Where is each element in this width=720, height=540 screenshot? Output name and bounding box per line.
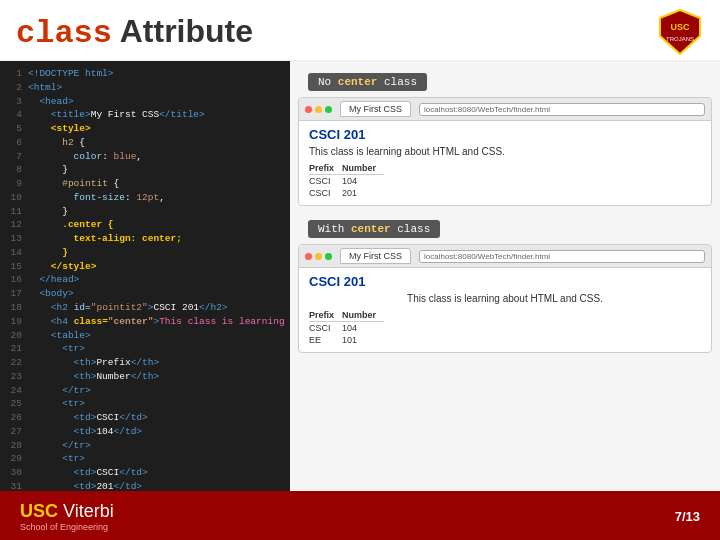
code-line: 16 </head> bbox=[8, 273, 282, 287]
code-line: 28 </tr> bbox=[8, 439, 282, 453]
code-line: 6 h2 { bbox=[8, 136, 282, 150]
page-header: class Attribute USC TROJANS bbox=[0, 0, 720, 61]
browser-heading-2: CSCI 201 bbox=[309, 274, 701, 289]
line-number: 1 bbox=[8, 67, 22, 81]
code-line: 25 <tr> bbox=[8, 397, 282, 411]
line-number: 5 bbox=[8, 122, 22, 136]
dot-green-1 bbox=[325, 106, 332, 113]
table-cell: CSCI bbox=[309, 187, 342, 199]
code-text: <html> bbox=[28, 81, 282, 95]
code-line: 22 <th>Prefix</th> bbox=[8, 356, 282, 370]
code-text: <!DOCTYPE html> bbox=[28, 67, 282, 81]
line-number: 20 bbox=[8, 329, 22, 343]
with-center-label-wrap: With center class bbox=[298, 216, 712, 242]
svg-text:TROJANS: TROJANS bbox=[666, 36, 694, 42]
code-text: <th>Number</th> bbox=[28, 370, 282, 384]
code-text: <td>CSCI</td> bbox=[28, 466, 282, 480]
footer-viterbi-text: Viterbi bbox=[63, 501, 114, 521]
code-line: 23 <th>Number</th> bbox=[8, 370, 282, 384]
code-line: 7 color: blue, bbox=[8, 150, 282, 164]
browser-tab-1: My First CSS bbox=[340, 101, 411, 117]
footer-school-text: School of Engineering bbox=[20, 522, 114, 532]
code-text: <td>CSCI</td> bbox=[28, 411, 282, 425]
code-text: <tr> bbox=[28, 342, 282, 356]
line-number: 8 bbox=[8, 163, 22, 177]
code-text: } bbox=[28, 205, 282, 219]
table-cell: 101 bbox=[342, 334, 384, 346]
no-center-keyword: center bbox=[338, 76, 378, 88]
browser-toolbar-1: My First CSS localhost:8080/WebTech/find… bbox=[299, 98, 711, 121]
line-number: 27 bbox=[8, 425, 22, 439]
line-number: 22 bbox=[8, 356, 22, 370]
line-number: 21 bbox=[8, 342, 22, 356]
table-header-row-1: Prefix Number bbox=[309, 162, 384, 175]
code-text: .center { bbox=[28, 218, 282, 232]
code-text: h2 { bbox=[28, 136, 282, 150]
dot-yellow-2 bbox=[315, 253, 322, 260]
footer-sc: SC bbox=[33, 501, 58, 521]
no-center-label-wrap: No center class bbox=[298, 69, 712, 95]
code-line: 9 #pointit { bbox=[8, 177, 282, 191]
code-text: <head> bbox=[28, 95, 282, 109]
browser-dots-1 bbox=[305, 106, 332, 113]
code-text: <title>My First CSS</title> bbox=[28, 108, 282, 122]
code-line: 19 <h4 class="center">This class is lear… bbox=[8, 315, 282, 329]
line-number: 31 bbox=[8, 480, 22, 491]
browser-body-2: This class is learning about HTML and CS… bbox=[309, 293, 701, 304]
line-number: 18 bbox=[8, 301, 22, 315]
table-cell: 201 bbox=[342, 187, 384, 199]
table-row: EE 101 bbox=[309, 334, 384, 346]
line-number: 29 bbox=[8, 452, 22, 466]
code-line: 8 } bbox=[8, 163, 282, 177]
page-footer: USC Viterbi School of Engineering 7/13 bbox=[0, 491, 720, 540]
svg-text:USC: USC bbox=[670, 22, 690, 32]
footer-u: U bbox=[20, 501, 33, 521]
line-number: 11 bbox=[8, 205, 22, 219]
code-line: 4 <title>My First CSS</title> bbox=[8, 108, 282, 122]
browser-url-1[interactable]: localhost:8080/WebTech/finder.html bbox=[419, 103, 705, 116]
code-text: </tr> bbox=[28, 439, 282, 453]
code-text: <body> bbox=[28, 287, 282, 301]
footer-logo: USC Viterbi School of Engineering bbox=[20, 501, 114, 532]
dot-green-2 bbox=[325, 253, 332, 260]
code-line: 12 .center { bbox=[8, 218, 282, 232]
code-text: <style> bbox=[28, 122, 282, 136]
usc-shield-icon: USC TROJANS bbox=[656, 8, 704, 56]
line-number: 30 bbox=[8, 466, 22, 480]
code-text: <table> bbox=[28, 329, 282, 343]
footer-usc-text: USC Viterbi bbox=[20, 501, 114, 522]
browser-mockup-2: My First CSS localhost:8080/WebTech/find… bbox=[298, 244, 712, 353]
browser-body-1: This class is learning about HTML and CS… bbox=[309, 146, 701, 157]
line-number: 13 bbox=[8, 232, 22, 246]
line-number: 28 bbox=[8, 439, 22, 453]
table-header-row-2: Prefix Number bbox=[309, 309, 384, 322]
line-number: 23 bbox=[8, 370, 22, 384]
code-line: 10 font-size: 12pt, bbox=[8, 191, 282, 205]
code-line: 24 </tr> bbox=[8, 384, 282, 398]
code-line: 18 <h2 id="pointit2">CSCI 201</h2> bbox=[8, 301, 282, 315]
browser-table-1: Prefix Number CSCI 104 CSCI 201 bbox=[309, 162, 384, 199]
code-text: </head> bbox=[28, 273, 282, 287]
code-text: <th>Prefix</th> bbox=[28, 356, 282, 370]
code-text: font-size: 12pt, bbox=[28, 191, 282, 205]
browser-content-1: CSCI 201 This class is learning about HT… bbox=[299, 121, 711, 205]
table-header-prefix-2: Prefix bbox=[309, 309, 342, 322]
code-line: 3 <head> bbox=[8, 95, 282, 109]
code-line: 17 <body> bbox=[8, 287, 282, 301]
browser-url-2[interactable]: localhost:8080/WebTech/finder.html bbox=[419, 250, 705, 263]
code-text: <td>201</td> bbox=[28, 480, 282, 491]
line-number: 17 bbox=[8, 287, 22, 301]
title-class-word: class bbox=[16, 15, 112, 52]
dot-red-2 bbox=[305, 253, 312, 260]
browser-heading-1: CSCI 201 bbox=[309, 127, 701, 142]
code-line: 2<html> bbox=[8, 81, 282, 95]
code-text: <td>104</td> bbox=[28, 425, 282, 439]
code-panel: 1<!DOCTYPE html>2<html>3 <head>4 <title>… bbox=[0, 61, 290, 491]
code-line: 1<!DOCTYPE html> bbox=[8, 67, 282, 81]
line-number: 7 bbox=[8, 150, 22, 164]
code-text: </tr> bbox=[28, 384, 282, 398]
dot-yellow-1 bbox=[315, 106, 322, 113]
code-line: 30 <td>CSCI</td> bbox=[8, 466, 282, 480]
line-number: 26 bbox=[8, 411, 22, 425]
browser-table-2: Prefix Number CSCI 104 EE 101 bbox=[309, 309, 384, 346]
